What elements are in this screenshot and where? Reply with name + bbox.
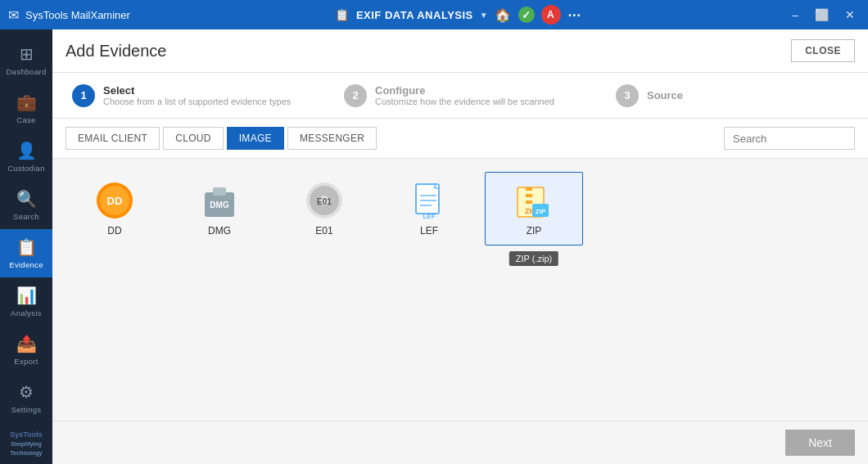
evidence-grid: DD DD DMG DMG — [66, 172, 855, 246]
case-icon: 💼 — [16, 92, 37, 112]
step-2-number: 2 — [344, 84, 367, 107]
main-content: Add Evidence CLOSE 1 Select Choose from … — [52, 29, 868, 464]
step-3-number: 3 — [616, 84, 639, 107]
dashboard-icon: ⊞ — [20, 44, 34, 64]
evidence-dd-label: DD — [107, 225, 121, 237]
analysis-title-area: 📋 EXIF DATA ANALYSIS ▼ 🏠 ✓ A ⋯ — [335, 5, 581, 25]
evidence-zip[interactable]: ZIP ZIP ZIP ZIP (.zip) — [485, 172, 583, 246]
svg-text:E01: E01 — [317, 197, 332, 206]
sidebar-label-case: Case — [16, 115, 35, 124]
status-indicator: ✓ — [518, 7, 535, 23]
tab-image[interactable]: IMAGE — [227, 127, 284, 150]
zip-icon: ZIP ZIP — [514, 181, 554, 220]
dropdown-arrow-icon[interactable]: ▼ — [480, 11, 488, 20]
sidebar-label-export: Export — [14, 357, 38, 366]
page-title: Add Evidence — [66, 42, 166, 61]
evidence-lef-label: LEF — [420, 225, 438, 237]
evidence-e01[interactable]: E01 E01 — [275, 172, 373, 246]
menu-dots-icon[interactable]: ⋯ — [567, 7, 582, 23]
home-icon[interactable]: 🏠 — [495, 7, 512, 23]
sidebar-label-analysis: Analysis — [11, 309, 42, 318]
sidebar-item-analysis[interactable]: 📊 Analysis — [0, 277, 52, 326]
user-avatar[interactable]: A — [541, 5, 561, 25]
svg-rect-18 — [526, 187, 532, 191]
step-2-title: Configure — [375, 84, 554, 97]
step-1-number: 1 — [72, 84, 95, 107]
lef-icon: LEF — [409, 181, 449, 220]
dmg-icon: DMG — [200, 181, 239, 220]
sidebar-item-evidence[interactable]: 📋 Evidence — [0, 229, 52, 277]
steps-bar: 1 Select Choose from a list of supported… — [52, 73, 868, 119]
evidence-dmg[interactable]: DMG DMG — [170, 172, 269, 246]
tab-bar: EMAIL CLIENT CLOUD IMAGE MESSENGER 🔍 — [52, 119, 868, 159]
svg-text:DD: DD — [107, 195, 123, 207]
step-2: 2 Configure Customize how the evidence w… — [324, 73, 596, 118]
sidebar-label-settings: Settings — [11, 405, 42, 414]
sidebar-item-settings[interactable]: ⚙ Settings — [0, 374, 52, 422]
evidence-lef[interactable]: LEF LEF — [380, 172, 478, 246]
svg-rect-4 — [213, 187, 226, 196]
step-3: 3 Source — [596, 73, 868, 118]
tab-email-client[interactable]: EMAIL CLIENT — [66, 127, 160, 150]
settings-icon: ⚙ — [19, 382, 34, 402]
evidence-dd[interactable]: DD DD — [66, 172, 164, 246]
sidebar-item-search[interactable]: 🔍 Search — [0, 181, 52, 229]
title-bar: ✉ SysTools MailXaminer 📋 EXIF DATA ANALY… — [0, 0, 868, 29]
sidebar-label-search: Search — [13, 212, 39, 221]
window-controls: – ⬜ ✕ — [787, 7, 860, 23]
search-nav-icon: 🔍 — [16, 189, 37, 209]
evidence-zip-label: ZIP — [527, 225, 542, 237]
dd-icon: DD — [95, 181, 134, 220]
evidence-dmg-label: DMG — [208, 225, 231, 237]
analysis-icon: 📊 — [16, 286, 37, 305]
maximize-button[interactable]: ⬜ — [810, 7, 834, 23]
top-bar: Add Evidence CLOSE — [52, 29, 868, 73]
step-3-info: Source — [647, 89, 683, 101]
close-dialog-button[interactable]: CLOSE — [791, 39, 855, 62]
minimize-button[interactable]: – — [787, 7, 803, 23]
sidebar-item-dashboard[interactable]: ⊞ Dashboard — [0, 36, 52, 84]
sidebar-label-evidence: Evidence — [9, 260, 43, 269]
evidence-area: DD DD DMG DMG — [52, 159, 868, 421]
sidebar: ⊞ Dashboard 💼 Case 👤 Custodian 🔍 Search … — [0, 29, 52, 464]
logo-text: SysToolsSimplifying Technology — [0, 430, 52, 457]
bottom-bar: Next — [52, 421, 868, 464]
sidebar-item-export[interactable]: 📤 Export — [0, 326, 52, 374]
svg-text:ZIP: ZIP — [536, 208, 546, 215]
svg-text:LEF: LEF — [423, 213, 435, 220]
step-1-info: Select Choose from a list of supported e… — [103, 84, 291, 106]
step-1: 1 Select Choose from a list of supported… — [52, 73, 324, 118]
sidebar-label-custodian: Custodian — [7, 164, 44, 173]
tabs-group: EMAIL CLIENT CLOUD IMAGE MESSENGER — [66, 127, 377, 150]
clip-icon: 📋 — [335, 8, 350, 21]
custodian-icon: 👤 — [16, 141, 37, 160]
analysis-title: EXIF DATA ANALYSIS — [356, 9, 473, 21]
step-1-title: Select — [103, 84, 291, 97]
systools-logo: SysToolsSimplifying Technology — [0, 422, 52, 464]
e01-icon: E01 — [305, 181, 344, 220]
app-title: SysTools MailXaminer — [25, 9, 130, 21]
app-title-area: ✉ SysTools MailXaminer — [8, 7, 130, 23]
window-close-button[interactable]: ✕ — [840, 7, 860, 23]
search-input[interactable] — [733, 133, 868, 145]
svg-text:DMG: DMG — [210, 200, 229, 209]
export-icon: 📤 — [16, 334, 37, 354]
search-box[interactable]: 🔍 — [724, 127, 855, 150]
step-3-title: Source — [647, 89, 683, 101]
evidence-e01-label: E01 — [315, 225, 332, 237]
sidebar-label-dashboard: Dashboard — [6, 67, 46, 76]
sidebar-item-custodian[interactable]: 👤 Custodian — [0, 133, 52, 181]
step-2-info: Configure Customize how the evidence wil… — [375, 84, 554, 106]
tab-messenger[interactable]: MESSENGER — [287, 127, 377, 150]
next-button[interactable]: Next — [785, 430, 855, 456]
tab-cloud[interactable]: CLOUD — [163, 127, 224, 150]
app-body: ⊞ Dashboard 💼 Case 👤 Custodian 🔍 Search … — [0, 29, 868, 464]
evidence-icon: 📋 — [16, 237, 37, 257]
step-2-subtitle: Customize how the evidence will be scann… — [375, 97, 554, 106]
sidebar-item-case[interactable]: 💼 Case — [0, 84, 52, 133]
step-1-subtitle: Choose from a list of supported evidence… — [103, 97, 291, 106]
svg-rect-19 — [526, 194, 532, 197]
svg-rect-20 — [526, 200, 532, 204]
zip-tooltip: ZIP (.zip) — [509, 251, 558, 266]
